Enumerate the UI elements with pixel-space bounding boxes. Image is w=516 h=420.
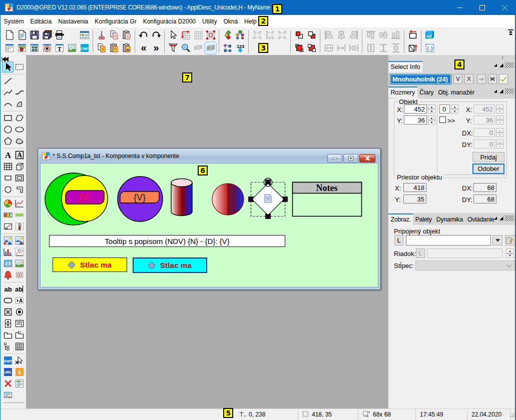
tool-xy-tab[interactable]: XY [14, 330, 25, 340]
tool-progress-bar[interactable] [14, 210, 25, 220]
tool-tab-control[interactable] [2, 330, 14, 340]
tab-select-info[interactable]: Select Info [388, 61, 422, 72]
tool-circle[interactable] [2, 124, 14, 135]
tab-ovl-danie[interactable]: Ovládanie [465, 214, 496, 225]
tab-rozmery[interactable]: Rozmery [388, 86, 417, 98]
tool-alarm-bell[interactable] [2, 270, 14, 280]
close-button[interactable] [493, 0, 516, 15]
paste-attributes-button[interactable] [108, 42, 120, 54]
tool-rectangle-plain[interactable] [2, 172, 14, 184]
tool-segmented-line[interactable] [14, 87, 25, 98]
menu-syst-m[interactable]: Systém [1, 16, 27, 27]
palette-collapse-icon[interactable] [2, 56, 10, 61]
l-button[interactable]: L [394, 235, 403, 246]
maximize-button[interactable] [471, 0, 493, 15]
undo-button[interactable] [137, 28, 150, 42]
toolbar-collapse-icon[interactable] [507, 29, 514, 36]
move-step-button[interactable] [179, 28, 192, 42]
selected-object-field[interactable]: Mnohouholník (24) [390, 74, 451, 84]
tool-xy-graph[interactable]: XY [14, 246, 25, 258]
text-editor-button[interactable]: T [53, 42, 66, 54]
tab-palety[interactable]: Palety [413, 214, 434, 225]
tool-polygon[interactable] [2, 136, 14, 146]
tool-freeform[interactable] [14, 112, 25, 124]
dock-grip-icon[interactable] [493, 216, 514, 223]
bring-forward-button[interactable] [293, 28, 305, 42]
tool-html5-control[interactable]: 5 [14, 366, 25, 378]
save-all-button[interactable] [41, 28, 53, 42]
tool-select-arrow[interactable] [2, 62, 14, 72]
riadok-spinner[interactable]: ▲▼ [506, 248, 514, 258]
snap-grid-button[interactable] [204, 28, 217, 42]
pridaj-button[interactable]: Pridaj [472, 152, 504, 162]
next-button[interactable]: » [150, 42, 162, 54]
tool-corner[interactable] [14, 184, 25, 195]
mdi-restore-button[interactable] [343, 154, 358, 162]
connected-object-input[interactable] [406, 235, 491, 246]
tab-dynamika[interactable]: Dynamika [434, 214, 465, 225]
shape-cylinder[interactable] [171, 179, 192, 216]
tool-arc[interactable] [2, 98, 14, 110]
tool-pie-arc[interactable] [14, 98, 25, 110]
resize-grip-icon[interactable] [510, 412, 515, 419]
shape-sphere[interactable] [212, 184, 244, 215]
tool-data-grid[interactable] [14, 341, 25, 352]
menu-konfigur-cia-d2000[interactable]: Konfigurácia D2000 [140, 16, 199, 27]
tool-thermometer[interactable] [14, 221, 25, 232]
tool-polyline[interactable] [2, 87, 14, 98]
tool-push-button[interactable] [2, 295, 14, 306]
tool-bar-graph[interactable] [2, 246, 14, 258]
panel-top-grip[interactable] [388, 55, 516, 59]
notes-table[interactable]: Notes [293, 182, 362, 216]
tool-box-3d[interactable] [14, 161, 25, 172]
dock-grip-icon[interactable] [493, 62, 514, 70]
print-button[interactable] [53, 28, 66, 42]
cut-button[interactable] [95, 28, 108, 42]
tool-swt-control[interactable]: SWT [2, 355, 14, 366]
menu-konfigur-cia-gr[interactable]: Konfigurácia Gr [92, 16, 140, 27]
selected-diamond-component[interactable] [248, 178, 288, 219]
tool-circle-plain[interactable] [2, 184, 14, 195]
y-field[interactable]: 36 [404, 116, 427, 124]
mirror-horizontal-button[interactable] [406, 28, 419, 42]
numbering-123-button[interactable]: 123 [234, 42, 246, 54]
select-prev-button[interactable]: V [453, 74, 462, 84]
step-spinner[interactable]: ▲▼ [451, 104, 458, 114]
tool-embedded-object[interactable] [14, 270, 25, 280]
pointer-button[interactable] [167, 28, 179, 42]
cnf-button[interactable]: CNF [78, 42, 91, 54]
step-field[interactable]: 0 [439, 104, 450, 114]
tool-spinner-tool[interactable] [2, 318, 14, 329]
tool-image[interactable] [14, 258, 25, 269]
zoom-button[interactable] [179, 42, 192, 54]
tool-multiline-text[interactable] [14, 318, 25, 329]
send-backward-button[interactable] [305, 28, 318, 42]
deselect-button[interactable]: X [464, 74, 473, 84]
tool-statusbar-control[interactable] [2, 390, 14, 400]
layers-active-button[interactable] [204, 42, 217, 54]
tool-text-boxed[interactable]: A [14, 150, 25, 160]
tool-closed-freeform[interactable] [14, 136, 25, 146]
menu-edit-cia[interactable]: Editácia [27, 16, 55, 27]
tool-line-chart[interactable] [14, 198, 25, 209]
window-properties-button[interactable] [78, 28, 91, 42]
tool-columns-view[interactable] [2, 258, 14, 269]
x-spinner[interactable]: ▲▼ [428, 104, 435, 114]
menu-okn-[interactable]: Okná [220, 16, 241, 27]
shape-circles-green-yellow[interactable]: {V} [45, 173, 108, 225]
tool-text[interactable]: A [2, 150, 14, 160]
tool-display-field[interactable]: A [14, 295, 25, 306]
copy-attributes-button[interactable] [95, 42, 108, 54]
tool-table[interactable] [2, 161, 14, 172]
object-browser-button[interactable] [234, 28, 246, 42]
menu-help[interactable]: Help [241, 16, 260, 27]
minimize-button[interactable] [448, 0, 471, 15]
tool-delete-x[interactable] [2, 378, 14, 389]
tool-gauge[interactable] [2, 221, 14, 232]
tool-entry-field[interactable]: ab [14, 284, 25, 294]
tool-report-control[interactable] [14, 378, 25, 389]
tool-line[interactable] [2, 76, 14, 86]
paste-special-button[interactable] [120, 42, 133, 54]
tool-radio-tool[interactable] [14, 306, 25, 318]
mdi-scheme-canvas[interactable]: {V} {V} Notes Tooltip s popisom (NDV) {N… [40, 163, 378, 288]
